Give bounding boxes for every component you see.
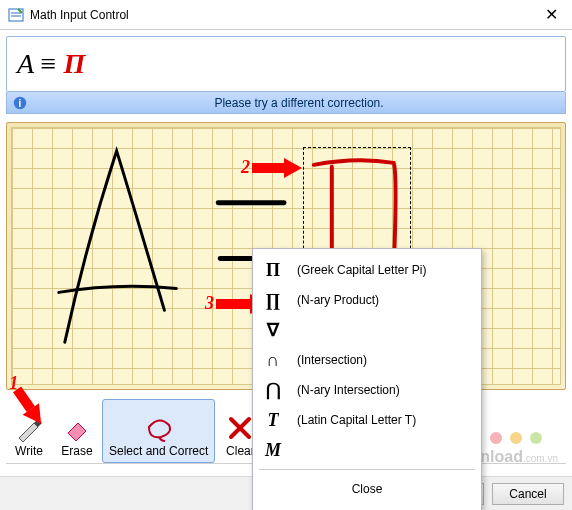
preview-equiv: ≡ xyxy=(41,48,57,79)
symbol-greek-pi: Π xyxy=(263,260,283,281)
eraser-icon xyxy=(61,412,93,444)
select-correct-label: Select and Correct xyxy=(109,444,208,458)
titlebar: Math Input Control ✕ xyxy=(0,0,572,30)
erase-label: Erase xyxy=(61,444,92,458)
label-intersection: (Intersection) xyxy=(297,353,367,367)
svg-text:i: i xyxy=(19,98,22,109)
info-icon: i xyxy=(11,94,29,112)
label-greek-pi: (Greek Capital Letter Pi) xyxy=(297,263,426,277)
app-icon xyxy=(8,7,24,23)
menu-item-nabla[interactable]: ∇ xyxy=(253,315,481,345)
annotation-num-2: 2 xyxy=(241,157,250,178)
cancel-label: Cancel xyxy=(509,487,546,501)
menu-item-m[interactable]: M xyxy=(253,435,481,465)
cancel-button[interactable]: Cancel xyxy=(492,483,564,505)
annotation-arrow-2: 2 xyxy=(239,157,302,178)
select-and-correct-button[interactable]: Select and Correct xyxy=(102,399,215,463)
status-bar: i Please try a different correction. xyxy=(6,92,566,114)
annotation-num-1: 1 xyxy=(9,373,18,394)
write-label: Write xyxy=(15,444,43,458)
symbol-nary-intersection: ⋂ xyxy=(263,379,283,401)
menu-item-greek-pi[interactable]: Π (Greek Capital Letter Pi) xyxy=(253,255,481,285)
symbol-latin-t: T xyxy=(263,410,283,431)
symbol-m: M xyxy=(263,440,283,461)
erase-button[interactable]: Erase xyxy=(54,399,100,463)
label-latin-t: (Latin Capital Letter T) xyxy=(297,413,416,427)
symbol-nabla: ∇ xyxy=(263,319,283,341)
symbol-intersection: ∩ xyxy=(263,350,283,371)
menu-item-intersection[interactable]: ∩ (Intersection) xyxy=(253,345,481,375)
menu-close[interactable]: Close xyxy=(253,474,481,504)
menu-item-latin-t[interactable]: T (Latin Capital Letter T) xyxy=(253,405,481,435)
preview-box: A ≡ Π xyxy=(6,36,566,92)
menu-item-nary-product[interactable]: ∏ (N-ary Product) xyxy=(253,285,481,315)
preview-a: A xyxy=(17,48,34,79)
window-title: Math Input Control xyxy=(30,8,539,22)
correction-menu[interactable]: Π (Greek Capital Letter Pi) ∏ (N-ary Pro… xyxy=(252,248,482,510)
close-icon[interactable]: ✕ xyxy=(539,5,564,24)
dot-orange xyxy=(510,432,522,444)
menu-item-nary-intersection[interactable]: ⋂ (N-ary Intersection) xyxy=(253,375,481,405)
dot-green xyxy=(530,432,542,444)
clear-label: Clear xyxy=(226,444,255,458)
annotation-num-3: 3 xyxy=(205,293,214,314)
preview-pi: Π xyxy=(63,48,85,79)
dot-pink xyxy=(490,432,502,444)
lasso-icon xyxy=(143,412,175,444)
status-message: Please try a different correction. xyxy=(33,96,565,110)
preview-expression: A ≡ Π xyxy=(17,48,85,80)
label-nary-product: (N-ary Product) xyxy=(297,293,379,307)
label-nary-intersection: (N-ary Intersection) xyxy=(297,383,400,397)
menu-close-label: Close xyxy=(352,482,383,496)
menu-separator xyxy=(259,469,475,470)
symbol-nary-product: ∏ xyxy=(263,290,283,311)
wm-ext: .com.vn xyxy=(523,453,558,464)
